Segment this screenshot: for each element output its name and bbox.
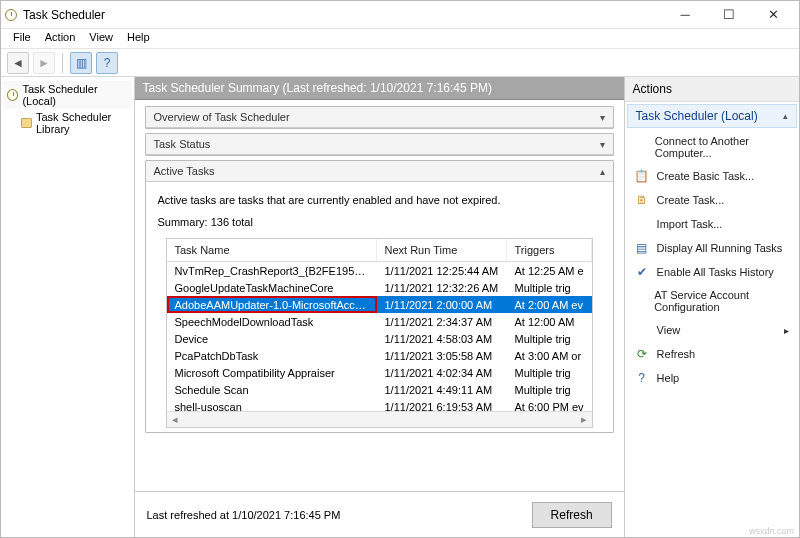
chevron-right-icon: ▸	[784, 325, 789, 336]
menu-file[interactable]: File	[7, 31, 37, 46]
refresh-button[interactable]: Refresh	[532, 502, 612, 528]
action-label: AT Service Account Configuration	[654, 289, 789, 313]
cell-next: 1/11/2021 4:58:03 AM	[377, 330, 507, 347]
cell-next: 1/11/2021 4:02:34 AM	[377, 364, 507, 381]
status-panel[interactable]: Task Status▾	[145, 133, 614, 156]
action-item[interactable]: ?Help	[625, 366, 799, 390]
cell-trig: At 2:00 AM ev	[507, 296, 592, 313]
cell-name: Device	[167, 330, 377, 347]
cell-next: 1/11/2021 2:00:00 AM	[377, 296, 507, 313]
app-icon	[5, 9, 17, 21]
footer-text: Last refreshed at 1/10/2021 7:16:45 PM	[147, 509, 341, 521]
action-item[interactable]: ✔Enable All Tasks History	[625, 260, 799, 284]
actions-pane: Actions Task Scheduler (Local) ▴ Connect…	[625, 77, 799, 538]
action-label: Create Basic Task...	[657, 170, 755, 182]
folder-icon	[21, 118, 32, 128]
tree-library-label: Task Scheduler Library	[36, 111, 128, 135]
cell-next: 1/11/2021 4:49:11 AM	[377, 381, 507, 398]
action-item[interactable]: ▤Display All Running Tasks	[625, 236, 799, 260]
action-icon: 🗎	[635, 193, 649, 207]
action-icon	[635, 323, 649, 337]
action-icon	[635, 140, 647, 154]
col-triggers[interactable]: Triggers	[507, 239, 592, 261]
status-title: Task Status	[154, 138, 211, 150]
tree-pane: Task Scheduler (Local) Task Scheduler Li…	[1, 77, 135, 538]
scroll-left-icon[interactable]: ◂	[167, 413, 183, 426]
chevron-up-icon: ▴	[600, 166, 605, 177]
toolbar-help-icon[interactable]: ?	[96, 52, 118, 74]
table-row[interactable]: Device1/11/2021 4:58:03 AMMultiple trig	[167, 330, 592, 347]
action-label: View	[657, 324, 681, 336]
cell-name: SpeechModelDownloadTask	[167, 313, 377, 330]
forward-button[interactable]: ►	[33, 52, 55, 74]
cell-trig: At 3:00 AM or	[507, 347, 592, 364]
action-label: Display All Running Tasks	[657, 242, 783, 254]
overview-title: Overview of Task Scheduler	[154, 111, 290, 123]
action-label: Connect to Another Computer...	[655, 135, 789, 159]
cell-name: NvTmRep_CrashReport3_{B2FE1952-0186-46C.…	[167, 262, 377, 279]
table-row[interactable]: Microsoft Compatibility Appraiser1/11/20…	[167, 364, 592, 381]
cell-name: PcaPatchDbTask	[167, 347, 377, 364]
action-item[interactable]: 📋Create Basic Task...	[625, 164, 799, 188]
toolbar-panel-icon[interactable]: ▥	[70, 52, 92, 74]
cell-trig: Multiple trig	[507, 330, 592, 347]
chevron-down-icon: ▾	[600, 112, 605, 123]
maximize-button[interactable]: ☐	[707, 1, 751, 28]
scroll-right-icon[interactable]: ▸	[576, 413, 592, 426]
cell-name: GoogleUpdateTaskMachineCore	[167, 279, 377, 296]
table-row[interactable]: AdobeAAMUpdater-1.0-MicrosoftAccount-pi.…	[167, 296, 592, 313]
active-tasks-header[interactable]: Active Tasks▴	[146, 161, 613, 182]
main-header: Task Scheduler Summary (Last refreshed: …	[135, 77, 624, 100]
action-item[interactable]: 🗎Create Task...	[625, 188, 799, 212]
back-button[interactable]: ◄	[7, 52, 29, 74]
cell-trig: At 12:00 AM	[507, 313, 592, 330]
menu-action[interactable]: Action	[39, 31, 82, 46]
horizontal-scrollbar[interactable]: ◂ ▸	[167, 411, 592, 427]
actions-title: Actions	[625, 77, 799, 102]
main-pane: Task Scheduler Summary (Last refreshed: …	[135, 77, 625, 538]
chevron-down-icon: ▾	[600, 139, 605, 150]
action-item[interactable]: Import Task...	[625, 212, 799, 236]
table-row[interactable]: NvTmRep_CrashReport3_{B2FE1952-0186-46C.…	[167, 262, 592, 279]
tasks-table: Task Name Next Run Time Triggers NvTmRep…	[166, 238, 593, 428]
cell-name: Microsoft Compatibility Appraiser	[167, 364, 377, 381]
menubar: File Action View Help	[1, 29, 799, 49]
watermark: wsxdn.com	[749, 526, 794, 536]
col-next[interactable]: Next Run Time	[377, 239, 507, 261]
table-header: Task Name Next Run Time Triggers	[167, 239, 592, 262]
table-row[interactable]: GoogleUpdateTaskMachineCore1/11/2021 12:…	[167, 279, 592, 296]
tree-root[interactable]: Task Scheduler (Local)	[3, 81, 132, 109]
action-icon: 📋	[635, 169, 649, 183]
tree-library[interactable]: Task Scheduler Library	[3, 109, 132, 137]
action-label: Refresh	[657, 348, 696, 360]
overview-panel[interactable]: Overview of Task Scheduler▾	[145, 106, 614, 129]
cell-next: 1/11/2021 3:05:58 AM	[377, 347, 507, 364]
action-item[interactable]: AT Service Account Configuration	[625, 284, 799, 318]
cell-trig: Multiple trig	[507, 381, 592, 398]
collapse-up-icon: ▴	[783, 111, 788, 121]
table-row[interactable]: Schedule Scan1/11/2021 4:49:11 AMMultipl…	[167, 381, 592, 398]
col-name[interactable]: Task Name	[167, 239, 377, 261]
titlebar: Task Scheduler ─ ☐ ✕	[1, 1, 799, 29]
table-row[interactable]: SpeechModelDownloadTask1/11/2021 2:34:37…	[167, 313, 592, 330]
minimize-button[interactable]: ─	[663, 1, 707, 28]
action-label: Enable All Tasks History	[657, 266, 774, 278]
cell-next: 1/11/2021 2:34:37 AM	[377, 313, 507, 330]
actions-context-header[interactable]: Task Scheduler (Local) ▴	[627, 104, 797, 128]
active-tasks-panel: Active Tasks▴ Active tasks are tasks tha…	[145, 160, 614, 433]
menu-view[interactable]: View	[83, 31, 119, 46]
action-label: Help	[657, 372, 680, 384]
active-description: Active tasks are tasks that are currentl…	[158, 194, 601, 206]
action-item[interactable]: View▸	[625, 318, 799, 342]
cell-trig: At 12:25 AM e	[507, 262, 592, 279]
close-button[interactable]: ✕	[751, 1, 795, 28]
action-item[interactable]: ⟳Refresh	[625, 342, 799, 366]
action-label: Import Task...	[657, 218, 723, 230]
action-item[interactable]: Connect to Another Computer...	[625, 130, 799, 164]
action-label: Create Task...	[657, 194, 725, 206]
action-icon: ?	[635, 371, 649, 385]
cell-next: 1/11/2021 12:25:44 AM	[377, 262, 507, 279]
cell-name: AdobeAAMUpdater-1.0-MicrosoftAccount-pi.…	[167, 296, 377, 313]
menu-help[interactable]: Help	[121, 31, 156, 46]
table-row[interactable]: PcaPatchDbTask1/11/2021 3:05:58 AMAt 3:0…	[167, 347, 592, 364]
